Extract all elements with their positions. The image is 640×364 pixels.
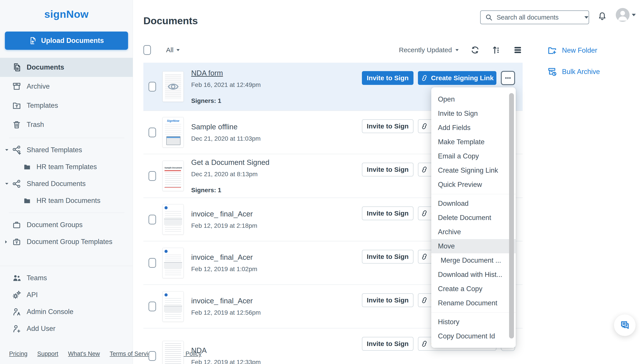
- menu-item-open[interactable]: Open: [431, 92, 516, 106]
- menu-item-add-fields[interactable]: Add Fields: [431, 121, 516, 135]
- menu-item-move[interactable]: Move: [431, 239, 516, 253]
- filter-dropdown[interactable]: All: [166, 46, 180, 54]
- invite-to-sign-button[interactable]: Invite to Sign: [362, 250, 413, 264]
- document-title-link[interactable]: NDA form: [191, 69, 223, 77]
- row-checkbox[interactable]: [149, 171, 156, 181]
- row-checkbox[interactable]: [149, 302, 156, 311]
- sort-dropdown[interactable]: Recently Updated: [399, 46, 459, 54]
- preview-eye-icon: [167, 81, 179, 92]
- document-title-link[interactable]: invoice_ final_Acer: [191, 210, 253, 218]
- context-menu-scrollbar[interactable]: [509, 93, 514, 338]
- menu-item-history[interactable]: History: [431, 315, 516, 329]
- document-signers: Signers: 1: [191, 97, 261, 104]
- invite-to-sign-button[interactable]: Invite to Sign: [362, 206, 413, 220]
- document-thumbnail[interactable]: [163, 204, 184, 235]
- sidebar-item-document-group-templates[interactable]: Document Group Templates: [0, 233, 133, 250]
- sidebar-item-api[interactable]: API: [0, 286, 133, 303]
- document-thumbnail[interactable]: [163, 341, 184, 364]
- sidebar-item-documents[interactable]: Documents: [0, 58, 133, 77]
- avatar-caret-icon[interactable]: [632, 14, 636, 16]
- document-thumbnail[interactable]: Sample Document: [163, 161, 184, 191]
- document-title-link[interactable]: NDA: [191, 346, 207, 354]
- upload-documents-button[interactable]: Upload Documents: [5, 32, 128, 50]
- document-title-link[interactable]: Get a Document Signed: [191, 158, 269, 166]
- teams-icon: [12, 273, 21, 283]
- select-all-checkbox[interactable]: [143, 45, 151, 55]
- new-folder-button[interactable]: New Folder: [547, 46, 600, 55]
- sidebar-item-trash[interactable]: Trash: [0, 115, 133, 134]
- list-view-icon[interactable]: [513, 45, 523, 55]
- chat-fab-button[interactable]: [614, 314, 635, 336]
- document-info: Get a Document Signed Dec 21, 2020 at 8:…: [191, 158, 269, 194]
- document-thumbnail[interactable]: [163, 71, 184, 102]
- invite-to-sign-button[interactable]: Invite to Sign: [362, 293, 413, 307]
- caret-down-icon[interactable]: [5, 182, 9, 185]
- menu-separator: [431, 194, 516, 194]
- documents-icon: [12, 63, 21, 72]
- sidebar-item-hr-team-documents[interactable]: HR team Documents: [0, 192, 133, 209]
- footer-link-what-s-new[interactable]: What's New: [68, 350, 100, 357]
- avatar[interactable]: [616, 8, 629, 22]
- sidebar-item-label: Teams: [27, 274, 47, 282]
- document-thumbnail[interactable]: [163, 291, 184, 322]
- footer-link-support[interactable]: Support: [37, 350, 59, 357]
- sort-order-icon[interactable]: [491, 45, 501, 55]
- create-signing-link-button[interactable]: Create Signing Link: [418, 71, 496, 85]
- menu-item-quick-preview[interactable]: Quick Preview: [431, 178, 516, 192]
- document-signers: Signers: 1: [191, 187, 269, 194]
- shared-documents-icon: [12, 179, 21, 188]
- document-thumbnail[interactable]: [163, 248, 184, 278]
- invite-to-sign-button[interactable]: Invite to Sign: [362, 119, 413, 133]
- invite-to-sign-button[interactable]: Invite to Sign: [362, 337, 413, 351]
- sidebar-item-hr-team-templates[interactable]: HR team Templates: [0, 158, 133, 175]
- sidebar-item-teams[interactable]: Teams: [0, 270, 133, 286]
- menu-item-download[interactable]: Download: [431, 196, 516, 211]
- sidebar-item-shared-templates[interactable]: Shared Templates: [0, 142, 133, 158]
- row-checkbox[interactable]: [149, 215, 156, 224]
- invite-to-sign-button[interactable]: Invite to Sign: [362, 71, 413, 85]
- sidebar-item-add-user[interactable]: Add User: [0, 320, 133, 337]
- document-title-link[interactable]: Sample offline: [191, 123, 238, 131]
- signnow-logo: signNow: [0, 8, 133, 20]
- sidebar-item-archive[interactable]: Archive: [0, 77, 133, 96]
- menu-item-email-a-copy[interactable]: Email a Copy: [431, 149, 516, 163]
- row-checkbox[interactable]: [149, 82, 156, 92]
- search-box[interactable]: [480, 10, 589, 24]
- menu-item-merge-document-[interactable]: Merge Document ...: [431, 253, 516, 268]
- menu-item-create-a-copy[interactable]: Create a Copy: [431, 282, 516, 296]
- refresh-icon[interactable]: [470, 45, 480, 55]
- menu-item-download-with-hist-[interactable]: Download with Hist...: [431, 268, 516, 282]
- search-dropdown-caret-icon[interactable]: [584, 16, 588, 19]
- row-checkbox[interactable]: [149, 128, 156, 137]
- menu-item-create-signing-link[interactable]: Create Signing Link: [431, 163, 516, 178]
- more-actions-button[interactable]: [501, 71, 515, 85]
- filter-label: All: [166, 46, 173, 54]
- sidebar-item-label: Admin Console: [27, 308, 73, 316]
- folder-actions-panel: New FolderBulk Archive: [547, 46, 600, 88]
- document-title-link[interactable]: invoice_ final_Acer: [191, 297, 253, 305]
- sidebar-item-document-groups[interactable]: Document Groups: [0, 216, 133, 233]
- document-thumbnail[interactable]: SignNow: [163, 117, 184, 148]
- menu-item-copy-document-id[interactable]: Copy Document Id: [431, 329, 516, 343]
- menu-item-delete-document[interactable]: Delete Document: [431, 211, 516, 225]
- document-title-link[interactable]: invoice_ final_Acer: [191, 253, 253, 261]
- notifications-bell-icon[interactable]: [597, 12, 607, 21]
- sidebar-item-templates[interactable]: Templates: [0, 96, 133, 115]
- invite-to-sign-button[interactable]: Invite to Sign: [362, 163, 413, 176]
- sidebar-item-admin-console[interactable]: Admin Console: [0, 303, 133, 320]
- sidebar-item-shared-documents[interactable]: Shared Documents: [0, 175, 133, 192]
- menu-item-invite-to-sign[interactable]: Invite to Sign: [431, 106, 516, 121]
- caret-down-icon[interactable]: [5, 149, 9, 152]
- admin-console-icon: [12, 307, 21, 316]
- row-checkbox[interactable]: [149, 258, 156, 268]
- caret-right-icon[interactable]: [5, 240, 8, 244]
- footer-link-pricing[interactable]: Pricing: [9, 350, 28, 357]
- sidebar-divider: [9, 213, 125, 213]
- menu-item-rename-document[interactable]: Rename Document: [431, 296, 516, 310]
- document-date: Feb 12, 2019 at 2:18pm: [191, 222, 257, 229]
- search-input[interactable]: [496, 14, 581, 21]
- row-checkbox[interactable]: [149, 351, 156, 361]
- menu-item-make-template[interactable]: Make Template: [431, 135, 516, 149]
- bulk-archive-button[interactable]: Bulk Archive: [547, 67, 600, 77]
- menu-item-archive[interactable]: Archive: [431, 225, 516, 239]
